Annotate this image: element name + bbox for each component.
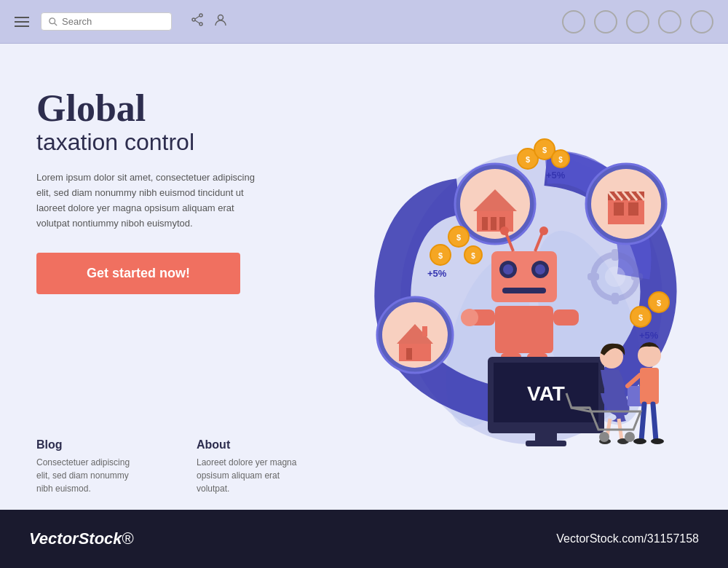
svg-line-90: [653, 404, 656, 441]
search-input[interactable]: [62, 16, 164, 27]
svg-text:$: $: [542, 146, 547, 154]
svg-rect-47: [553, 309, 579, 326]
content-area: Global taxation control Lorem ipsum dolo…: [0, 44, 728, 510]
browser-circle-4[interactable]: [658, 10, 681, 33]
svg-rect-35: [491, 251, 557, 302]
svg-rect-58: [612, 249, 619, 261]
svg-line-89: [641, 404, 644, 441]
svg-rect-60: [587, 273, 599, 280]
svg-rect-23: [422, 326, 427, 336]
svg-point-4: [192, 18, 195, 21]
share-icon[interactable]: [191, 13, 204, 30]
brand-right: VectorStock.com/31157158: [556, 532, 699, 545]
cta-button[interactable]: Get started now!: [36, 253, 240, 294]
svg-point-0: [50, 17, 55, 23]
svg-rect-14: [482, 217, 488, 230]
headline-sub: taxation control: [36, 129, 298, 156]
brand-left: VectorStock®: [29, 529, 134, 548]
search-icon: [49, 17, 58, 27]
svg-rect-88: [640, 368, 659, 404]
svg-text:$: $: [558, 156, 563, 164]
svg-text:+5%: +5%: [639, 330, 659, 341]
svg-line-6: [195, 20, 199, 23]
footer-links: Blog Consectetuer adipiscing elit, sed d…: [36, 424, 298, 495]
headline-main: Global: [36, 87, 298, 129]
svg-text:VAT: VAT: [527, 382, 565, 405]
svg-rect-45: [495, 306, 553, 353]
blog-title: Blog: [36, 438, 138, 451]
svg-point-92: [651, 438, 664, 444]
svg-rect-59: [612, 293, 619, 304]
svg-point-39: [535, 264, 545, 275]
svg-text:$: $: [438, 251, 443, 260]
svg-rect-55: [526, 441, 566, 446]
svg-rect-15: [491, 217, 496, 230]
top-icons: [191, 13, 227, 30]
svg-text:$: $: [638, 313, 643, 322]
svg-point-91: [633, 438, 646, 444]
svg-point-3: [199, 23, 202, 25]
svg-text:$: $: [657, 299, 661, 307]
svg-rect-61: [631, 273, 643, 280]
svg-point-44: [539, 226, 548, 235]
browser-circles: [562, 10, 713, 33]
svg-text:$: $: [526, 155, 530, 164]
browser-circle-2[interactable]: [594, 10, 617, 33]
svg-rect-27: [614, 202, 624, 216]
illustration: VAT $ $ $: [313, 109, 692, 459]
browser-bar: [0, 0, 728, 44]
svg-point-48: [461, 309, 478, 326]
svg-point-57: [605, 267, 625, 287]
svg-point-94: [599, 432, 609, 442]
about-title: About: [197, 438, 298, 451]
svg-rect-21: [406, 348, 412, 360]
svg-point-38: [503, 264, 513, 275]
footer-about: About Laoreet dolore yer magna opsisum a…: [197, 438, 298, 495]
svg-text:+5%: +5%: [546, 170, 566, 181]
svg-point-7: [218, 15, 223, 20]
main-content: Global taxation control Lorem ipsum dolo…: [0, 44, 728, 510]
watermark-bar: VectorStock® VectorStock.com/31157158: [0, 510, 728, 568]
menu-icon[interactable]: [15, 17, 29, 27]
blog-text: Consectetuer adipiscing elit, sed diam n…: [36, 456, 138, 495]
svg-rect-40: [502, 288, 546, 293]
svg-text:$: $: [471, 252, 475, 260]
browser-circle-5[interactable]: [690, 10, 713, 33]
description-text: Lorem ipsum dolor sit amet, consectetuer…: [36, 170, 255, 231]
browser-circle-3[interactable]: [626, 10, 649, 33]
svg-line-5: [195, 16, 199, 19]
svg-point-95: [625, 432, 635, 442]
svg-point-42: [500, 226, 509, 235]
svg-rect-28: [628, 202, 638, 216]
search-bar[interactable]: [41, 12, 172, 31]
svg-text:+5%: +5%: [427, 268, 447, 279]
right-panel: VAT $ $ $: [313, 73, 692, 495]
footer-blog: Blog Consectetuer adipiscing elit, sed d…: [36, 438, 138, 495]
svg-point-2: [199, 14, 202, 17]
svg-line-1: [55, 23, 57, 25]
svg-text:$: $: [456, 233, 461, 242]
browser-circle-1[interactable]: [562, 10, 585, 33]
left-panel: Global taxation control Lorem ipsum dolo…: [36, 73, 298, 495]
about-text: Laoreet dolore yer magna opsisum aliquam…: [197, 456, 298, 495]
svg-rect-26: [608, 197, 644, 224]
svg-rect-20: [399, 342, 431, 361]
user-icon[interactable]: [214, 13, 227, 30]
